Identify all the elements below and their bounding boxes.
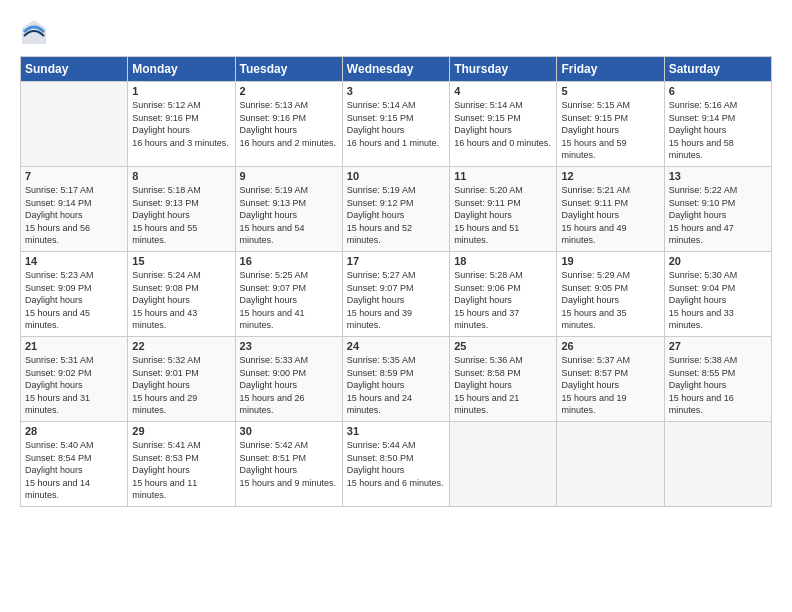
sunset-label: Sunset: 9:02 PM [25, 368, 92, 378]
daylight-value: 15 hours and 56 minutes. [25, 223, 90, 246]
sunrise-label: Sunrise: 5:36 AM [454, 355, 523, 365]
daylight-value: 16 hours and 3 minutes. [132, 138, 229, 148]
daylight-label: Daylight hours [347, 380, 405, 390]
calendar-cell: 13 Sunrise: 5:22 AM Sunset: 9:10 PM Dayl… [664, 167, 771, 252]
day-info: Sunrise: 5:32 AM Sunset: 9:01 PM Dayligh… [132, 354, 230, 417]
daylight-value: 15 hours and 16 minutes. [669, 393, 734, 416]
daylight-label: Daylight hours [240, 210, 298, 220]
daylight-label: Daylight hours [132, 380, 190, 390]
sunset-label: Sunset: 9:15 PM [561, 113, 628, 123]
daylight-label: Daylight hours [454, 125, 512, 135]
sunset-label: Sunset: 9:13 PM [240, 198, 307, 208]
day-info: Sunrise: 5:27 AM Sunset: 9:07 PM Dayligh… [347, 269, 445, 332]
daylight-value: 15 hours and 55 minutes. [132, 223, 197, 246]
calendar-cell: 20 Sunrise: 5:30 AM Sunset: 9:04 PM Dayl… [664, 252, 771, 337]
daylight-value: 15 hours and 29 minutes. [132, 393, 197, 416]
day-number: 4 [454, 85, 552, 97]
daylight-label: Daylight hours [132, 125, 190, 135]
sunset-label: Sunset: 9:10 PM [669, 198, 736, 208]
daylight-label: Daylight hours [347, 210, 405, 220]
day-info: Sunrise: 5:23 AM Sunset: 9:09 PM Dayligh… [25, 269, 123, 332]
daylight-label: Daylight hours [454, 380, 512, 390]
col-tuesday: Tuesday [235, 57, 342, 82]
sunset-label: Sunset: 9:04 PM [669, 283, 736, 293]
day-number: 31 [347, 425, 445, 437]
calendar-cell: 6 Sunrise: 5:16 AM Sunset: 9:14 PM Dayli… [664, 82, 771, 167]
calendar-cell: 23 Sunrise: 5:33 AM Sunset: 9:00 PM Dayl… [235, 337, 342, 422]
day-info: Sunrise: 5:29 AM Sunset: 9:05 PM Dayligh… [561, 269, 659, 332]
daylight-label: Daylight hours [240, 295, 298, 305]
day-info: Sunrise: 5:20 AM Sunset: 9:11 PM Dayligh… [454, 184, 552, 247]
day-number: 15 [132, 255, 230, 267]
col-sunday: Sunday [21, 57, 128, 82]
day-info: Sunrise: 5:12 AM Sunset: 9:16 PM Dayligh… [132, 99, 230, 149]
sunset-label: Sunset: 9:14 PM [669, 113, 736, 123]
day-info: Sunrise: 5:25 AM Sunset: 9:07 PM Dayligh… [240, 269, 338, 332]
day-number: 14 [25, 255, 123, 267]
sunset-label: Sunset: 9:07 PM [240, 283, 307, 293]
daylight-label: Daylight hours [347, 125, 405, 135]
calendar-cell: 17 Sunrise: 5:27 AM Sunset: 9:07 PM Dayl… [342, 252, 449, 337]
sunrise-label: Sunrise: 5:32 AM [132, 355, 201, 365]
day-info: Sunrise: 5:37 AM Sunset: 8:57 PM Dayligh… [561, 354, 659, 417]
sunrise-label: Sunrise: 5:23 AM [25, 270, 94, 280]
daylight-value: 16 hours and 1 minute. [347, 138, 439, 148]
daylight-value: 15 hours and 49 minutes. [561, 223, 626, 246]
daylight-value: 15 hours and 35 minutes. [561, 308, 626, 331]
daylight-label: Daylight hours [454, 295, 512, 305]
sunrise-label: Sunrise: 5:33 AM [240, 355, 309, 365]
daylight-value: 15 hours and 47 minutes. [669, 223, 734, 246]
day-info: Sunrise: 5:14 AM Sunset: 9:15 PM Dayligh… [454, 99, 552, 149]
sunrise-label: Sunrise: 5:19 AM [347, 185, 416, 195]
daylight-label: Daylight hours [561, 125, 619, 135]
col-wednesday: Wednesday [342, 57, 449, 82]
daylight-label: Daylight hours [240, 125, 298, 135]
daylight-value: 15 hours and 54 minutes. [240, 223, 305, 246]
calendar-cell: 11 Sunrise: 5:20 AM Sunset: 9:11 PM Dayl… [450, 167, 557, 252]
sunrise-label: Sunrise: 5:31 AM [25, 355, 94, 365]
daylight-label: Daylight hours [25, 295, 83, 305]
sunrise-label: Sunrise: 5:37 AM [561, 355, 630, 365]
sunrise-label: Sunrise: 5:19 AM [240, 185, 309, 195]
sunrise-label: Sunrise: 5:22 AM [669, 185, 738, 195]
daylight-label: Daylight hours [669, 125, 727, 135]
calendar-cell: 3 Sunrise: 5:14 AM Sunset: 9:15 PM Dayli… [342, 82, 449, 167]
daylight-value: 15 hours and 26 minutes. [240, 393, 305, 416]
day-number: 13 [669, 170, 767, 182]
day-info: Sunrise: 5:41 AM Sunset: 8:53 PM Dayligh… [132, 439, 230, 502]
sunrise-label: Sunrise: 5:17 AM [25, 185, 94, 195]
sunrise-label: Sunrise: 5:44 AM [347, 440, 416, 450]
daylight-value: 15 hours and 14 minutes. [25, 478, 90, 501]
day-info: Sunrise: 5:36 AM Sunset: 8:58 PM Dayligh… [454, 354, 552, 417]
sunset-label: Sunset: 9:13 PM [132, 198, 199, 208]
day-info: Sunrise: 5:21 AM Sunset: 9:11 PM Dayligh… [561, 184, 659, 247]
sunrise-label: Sunrise: 5:38 AM [669, 355, 738, 365]
sunrise-label: Sunrise: 5:27 AM [347, 270, 416, 280]
day-info: Sunrise: 5:30 AM Sunset: 9:04 PM Dayligh… [669, 269, 767, 332]
day-number: 24 [347, 340, 445, 352]
day-info: Sunrise: 5:33 AM Sunset: 9:00 PM Dayligh… [240, 354, 338, 417]
calendar-cell: 18 Sunrise: 5:28 AM Sunset: 9:06 PM Dayl… [450, 252, 557, 337]
daylight-label: Daylight hours [561, 295, 619, 305]
calendar-cell [21, 82, 128, 167]
calendar-cell: 1 Sunrise: 5:12 AM Sunset: 9:16 PM Dayli… [128, 82, 235, 167]
day-number: 25 [454, 340, 552, 352]
day-number: 20 [669, 255, 767, 267]
day-number: 21 [25, 340, 123, 352]
daylight-label: Daylight hours [132, 210, 190, 220]
sunset-label: Sunset: 9:16 PM [240, 113, 307, 123]
logo-icon [20, 18, 48, 46]
daylight-label: Daylight hours [561, 210, 619, 220]
daylight-value: 15 hours and 6 minutes. [347, 478, 444, 488]
sunrise-label: Sunrise: 5:13 AM [240, 100, 309, 110]
calendar-cell: 2 Sunrise: 5:13 AM Sunset: 9:16 PM Dayli… [235, 82, 342, 167]
calendar-cell: 15 Sunrise: 5:24 AM Sunset: 9:08 PM Dayl… [128, 252, 235, 337]
calendar-cell: 7 Sunrise: 5:17 AM Sunset: 9:14 PM Dayli… [21, 167, 128, 252]
calendar-cell: 5 Sunrise: 5:15 AM Sunset: 9:15 PM Dayli… [557, 82, 664, 167]
day-number: 29 [132, 425, 230, 437]
sunset-label: Sunset: 9:15 PM [454, 113, 521, 123]
sunset-label: Sunset: 9:06 PM [454, 283, 521, 293]
daylight-value: 15 hours and 24 minutes. [347, 393, 412, 416]
daylight-label: Daylight hours [669, 210, 727, 220]
calendar-cell: 8 Sunrise: 5:18 AM Sunset: 9:13 PM Dayli… [128, 167, 235, 252]
